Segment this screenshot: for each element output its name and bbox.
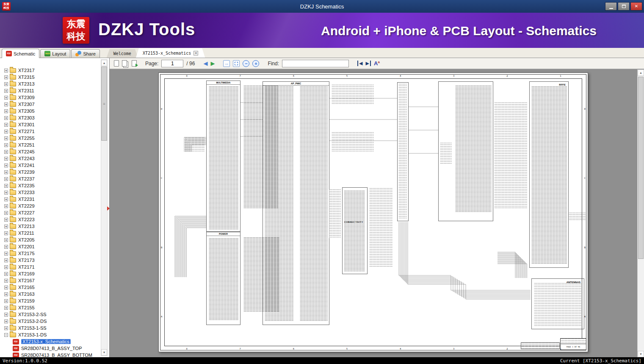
fit-width-icon[interactable]: ↔: [223, 60, 230, 67]
expand-icon[interactable]: +: [4, 225, 8, 228]
tree-folder-item[interactable]: +XT2153-2-SS: [1, 311, 100, 318]
expand-icon[interactable]: +: [4, 103, 8, 106]
expand-icon[interactable]: +: [4, 109, 8, 113]
close-button[interactable]: ✕: [630, 2, 642, 11]
tree-folder-item[interactable]: +XT2271: [1, 128, 100, 135]
expand-icon[interactable]: +: [4, 116, 8, 120]
page-input[interactable]: [161, 60, 183, 67]
expand-icon[interactable]: +: [4, 75, 8, 79]
tree-document-item[interactable]: PDFSR28D07413_B_ASSY_TOP: [1, 345, 100, 352]
expand-icon[interactable]: +: [4, 82, 8, 86]
tree-folder-item[interactable]: +XT2155: [1, 304, 100, 311]
sidebar-scrollbar[interactable]: ▲ ≡ ▼: [101, 59, 108, 356]
tree-folder-item[interactable]: +XT2245: [1, 148, 100, 155]
tab-xt2153-schematics[interactable]: XT2153-x_Schematics ×: [136, 48, 205, 58]
expand-icon[interactable]: +: [4, 143, 8, 147]
tree-folder-item[interactable]: +XT2317: [1, 67, 100, 74]
page-icon[interactable]: [114, 60, 119, 67]
tab-close-icon[interactable]: ×: [193, 51, 198, 56]
content-scrollbar[interactable]: ▲ ▼: [637, 69, 644, 357]
tree-folder-item[interactable]: +XT2173: [1, 257, 100, 264]
expand-icon[interactable]: +: [4, 218, 8, 222]
next-page-icon[interactable]: ▶: [210, 61, 215, 66]
previous-page-icon[interactable]: ◀: [203, 61, 207, 66]
tree-folder-item[interactable]: +XT2229: [1, 203, 100, 209]
tree-folder-item[interactable]: +XT2241: [1, 162, 100, 169]
tree-folder-item[interactable]: +XT2213: [1, 223, 100, 230]
scroll-up-icon[interactable]: ▲: [101, 60, 107, 66]
tree-folder-item[interactable]: +XT2315: [1, 74, 100, 81]
expand-icon[interactable]: +: [4, 299, 8, 303]
tree-folder-item[interactable]: +XT2255: [1, 135, 100, 142]
tree-folder-item[interactable]: +XT2233: [1, 189, 100, 196]
tree-folder-item[interactable]: +XT2211: [1, 230, 100, 236]
expand-icon[interactable]: +: [4, 231, 8, 235]
expand-icon[interactable]: +: [4, 238, 8, 242]
tree-folder-item[interactable]: +XT2227: [1, 209, 100, 216]
collapse-icon[interactable]: −: [4, 333, 8, 337]
expand-icon[interactable]: +: [4, 265, 8, 269]
tree-document-item[interactable]: PDFXT2153-x_Schematics: [1, 338, 100, 345]
content-scrollbar-thumb[interactable]: [638, 77, 644, 259]
tree-folder-item[interactable]: +XT2251: [1, 142, 100, 148]
expand-icon[interactable]: +: [4, 272, 8, 276]
tree-folder-item[interactable]: +XT2307: [1, 101, 100, 108]
scroll-down-icon[interactable]: ▼: [101, 349, 107, 356]
expand-icon[interactable]: +: [4, 258, 8, 262]
expand-icon[interactable]: +: [4, 89, 8, 93]
expand-icon[interactable]: +: [4, 320, 8, 323]
tree-folder-item[interactable]: +XT2305: [1, 108, 100, 114]
expand-icon[interactable]: +: [4, 184, 8, 188]
expand-icon[interactable]: +: [4, 292, 8, 296]
tree-folder-item[interactable]: +XT2205: [1, 236, 100, 243]
tree-folder-item[interactable]: +XT2163: [1, 291, 100, 297]
tree-folder-item[interactable]: +XT2311: [1, 87, 100, 94]
expand-icon[interactable]: +: [4, 96, 8, 100]
tree-folder-item[interactable]: +XT2303: [1, 114, 100, 121]
tree-folder-item[interactable]: +XT2153-2-DS: [1, 318, 100, 325]
tree-folder-item[interactable]: +XT2201: [1, 243, 100, 250]
expand-icon[interactable]: +: [4, 252, 8, 256]
expand-icon[interactable]: +: [4, 245, 8, 249]
content-scroll-down-icon[interactable]: ▼: [638, 351, 644, 357]
tab-schematic[interactable]: PDF Schematic: [2, 49, 39, 58]
tree-folder-item[interactable]: +XT2243: [1, 155, 100, 162]
tree-folder-item[interactable]: +XT2165: [1, 284, 100, 291]
pages-icon[interactable]: [122, 60, 127, 67]
minimize-button[interactable]: [605, 2, 617, 11]
sidebar-scrollbar-thumb[interactable]: ≡: [101, 67, 107, 141]
expand-icon[interactable]: +: [4, 136, 8, 140]
expand-icon[interactable]: +: [4, 177, 8, 181]
tree-folder-item[interactable]: +XT2309: [1, 94, 100, 101]
expand-icon[interactable]: +: [4, 170, 8, 174]
match-case-icon[interactable]: Aa: [374, 60, 380, 67]
tab-layout[interactable]: PADS Layout: [40, 49, 70, 58]
tab-share[interactable]: Share: [71, 49, 100, 58]
find-input[interactable]: [282, 60, 349, 67]
zoom-in-icon[interactable]: +: [252, 60, 259, 67]
expand-icon[interactable]: +: [4, 306, 8, 310]
goto-page-icon[interactable]: [132, 60, 137, 67]
expand-icon[interactable]: +: [4, 326, 8, 330]
expand-icon[interactable]: +: [4, 130, 8, 133]
tree-folder-item[interactable]: +XT2231: [1, 196, 100, 203]
tree-folder-item[interactable]: +XT2237: [1, 175, 100, 182]
tree-folder-item[interactable]: +XT2223: [1, 216, 100, 223]
expand-icon[interactable]: +: [4, 69, 8, 72]
tree-folder-item[interactable]: +XT2153-1-SS: [1, 325, 100, 331]
find-previous-icon[interactable]: ◀: [357, 61, 362, 66]
tree-document-item[interactable]: PDFSR28D07413_B_ASSY_BOTTOM: [1, 352, 100, 357]
tree-folder-item[interactable]: +XT2169: [1, 270, 100, 277]
tree-folder-item[interactable]: +XT2313: [1, 81, 100, 87]
tree-folder-item[interactable]: +XT2175: [1, 250, 100, 257]
expand-icon[interactable]: +: [4, 150, 8, 154]
tree-folder-item[interactable]: +XT2235: [1, 182, 100, 189]
expand-icon[interactable]: +: [4, 211, 8, 215]
tree-folder-item[interactable]: −XT2153-1-DS: [1, 331, 100, 338]
expand-icon[interactable]: +: [4, 197, 8, 201]
zoom-out-icon[interactable]: −: [243, 60, 249, 67]
tree-folder-item[interactable]: +XT2159: [1, 297, 100, 304]
tree-folder-item[interactable]: +XT2301: [1, 121, 100, 128]
expand-icon[interactable]: +: [4, 286, 8, 289]
expand-icon[interactable]: +: [4, 164, 8, 167]
